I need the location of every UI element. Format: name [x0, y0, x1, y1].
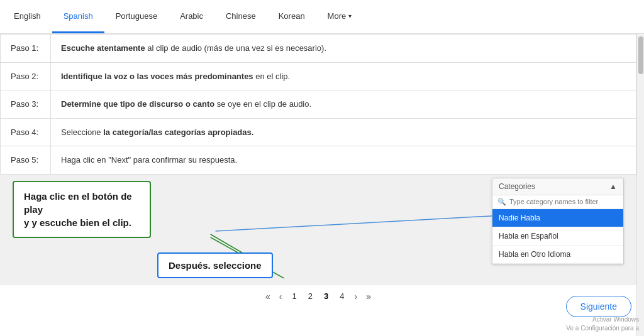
step-content-2: Identifique la voz o las voces más predo…: [51, 62, 636, 90]
first-page-button[interactable]: «: [262, 290, 274, 303]
next-page-button[interactable]: ›: [351, 290, 360, 303]
step-content-1: Escuche atentamente al clip de audio (má…: [51, 35, 636, 63]
page-2-button[interactable]: 2: [304, 290, 317, 302]
prev-page-button[interactable]: ‹: [276, 290, 286, 303]
center-content: Paso 1: Escuche atentamente al clip de a…: [0, 34, 636, 336]
tab-chinese[interactable]: Chinese: [214, 0, 267, 33]
despues-instruction-box: Después. seleccione: [157, 252, 273, 278]
steps-table: Paso 1: Escuche atentamente al clip de a…: [0, 34, 636, 175]
windows-watermark: Activar Windows Ve a Configuración para …: [566, 315, 639, 333]
tab-korean[interactable]: Korean: [267, 0, 316, 33]
page-4-button[interactable]: 4: [335, 290, 348, 302]
table-row: Paso 4: Seleccione la categoría/las cate…: [1, 118, 636, 146]
tab-english[interactable]: English: [3, 0, 52, 33]
tab-more[interactable]: More ▾: [316, 0, 364, 33]
step-label-2: Paso 2:: [1, 62, 51, 90]
play-instruction-box: Haga clic en el botón de play y y escuch…: [13, 181, 151, 238]
siguiente-button[interactable]: Siguiente: [566, 296, 631, 317]
table-row: Paso 5: Haga clic en "Next" para confirm…: [1, 146, 636, 175]
search-icon: 🔍: [497, 198, 506, 206]
chevron-up-icon: ▲: [609, 182, 617, 191]
step-content-5: Haga clic en "Next" para confirmar su re…: [51, 146, 636, 175]
tab-spanish[interactable]: Spanish: [52, 0, 104, 33]
tab-arabic[interactable]: Arabic: [169, 0, 214, 33]
tab-bar: English Spanish Portuguese Arabic Chines…: [0, 0, 644, 34]
step-label-5: Paso 5:: [1, 146, 51, 175]
step-label-4: Paso 4:: [1, 118, 51, 146]
main-content: Paso 1: Escuche atentamente al clip de a…: [0, 34, 644, 336]
table-row: Paso 2: Identifique la voz o las voces m…: [1, 62, 636, 90]
category-item-habla-otro[interactable]: Habla en Otro Idioma: [492, 246, 623, 264]
illustration-area: Haga clic en el botón de play y y escuch…: [0, 175, 636, 285]
category-search-input[interactable]: [509, 198, 618, 205]
step-content-3: Determine que tipo de discurso o canto s…: [51, 90, 636, 119]
category-item-nadie-habla[interactable]: Nadie Habla: [492, 209, 623, 227]
table-row: Paso 1: Escuche atentamente al clip de a…: [1, 35, 636, 63]
page-1-button[interactable]: 1: [288, 290, 301, 302]
scrollbar[interactable]: [636, 34, 644, 336]
pagination: « ‹ 1 2 3 4 › »: [0, 285, 636, 308]
table-row: Paso 3: Determine que tipo de discurso o…: [1, 90, 636, 119]
step-label-3: Paso 3:: [1, 90, 51, 119]
step-content-4: Seleccione la categoría/las categorías a…: [51, 118, 636, 146]
category-item-habla-espanol[interactable]: Habla en Español: [492, 227, 623, 246]
scrollbar-thumb[interactable]: [638, 36, 643, 74]
step-label-1: Paso 1:: [1, 35, 51, 63]
page-3-button[interactable]: 3: [319, 290, 333, 302]
categories-search[interactable]: 🔍: [492, 195, 623, 209]
categories-panel: Categories ▲ 🔍 Nadie Habla Habla en Espa…: [492, 178, 624, 264]
last-page-button[interactable]: »: [363, 290, 374, 303]
categories-header: Categories ▲: [492, 178, 623, 195]
tab-portuguese[interactable]: Portuguese: [104, 0, 169, 33]
chevron-down-icon: ▾: [348, 13, 352, 19]
